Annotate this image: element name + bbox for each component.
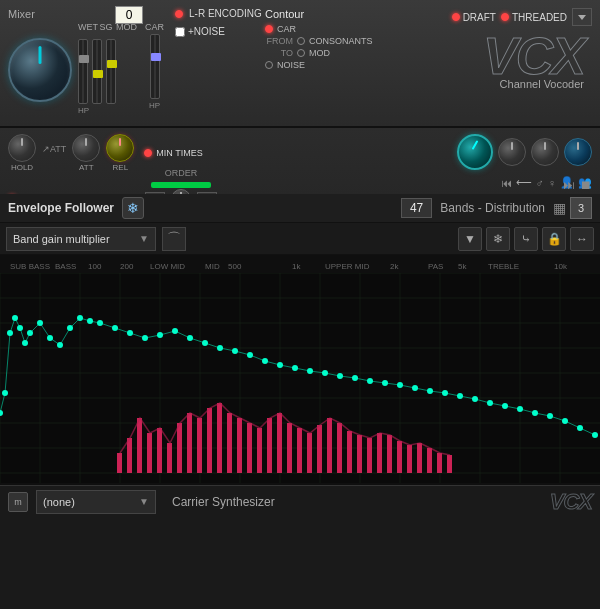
freq-uppermid: UPPER MID — [325, 262, 369, 271]
contour-title: Contour — [265, 8, 373, 20]
sg-fader[interactable] — [92, 39, 102, 104]
skip-icon[interactable]: ⏹ — [580, 178, 592, 192]
min-times-radio[interactable] — [144, 149, 152, 157]
bottom-bar: m (none) ▼ Carrier Synthesizer VCX — [0, 485, 600, 517]
bands-count-display: 47 — [401, 198, 432, 218]
envelope-follower-label: Envelope Follower — [8, 201, 114, 215]
threaded-label: THREADED — [512, 12, 567, 23]
fader-group — [78, 34, 134, 104]
right-knob1 — [498, 138, 526, 166]
snowflake-icon: ❄ — [127, 200, 139, 216]
prev-btn[interactable]: ⏮ — [501, 177, 512, 189]
none-label: (none) — [43, 496, 75, 508]
band-dropdown-right[interactable]: ▼ — [458, 227, 482, 251]
order-label: ORDER — [165, 168, 198, 178]
contour-section: Contour CAR FROM CONSONANTS TO MOD NOISE — [265, 8, 373, 72]
contour-car-radio[interactable] — [265, 25, 273, 33]
freq-treble: TREBLE — [488, 262, 519, 271]
gender-male[interactable]: ♂ — [536, 177, 544, 189]
wet-knob[interactable] — [8, 38, 72, 102]
contour-consonants-label: CONSONANTS — [309, 36, 373, 46]
carrier-dropdown[interactable]: (none) ▼ — [36, 490, 156, 514]
rel-label: REL — [113, 163, 129, 172]
vcx-text-logo: VCX — [483, 30, 584, 82]
sg-label: SG — [99, 22, 113, 32]
noise-checkbox[interactable] — [175, 27, 185, 37]
mixer-label: Mixer — [8, 8, 35, 20]
car-fader[interactable] — [150, 34, 160, 99]
envelope-follower-bar: Envelope Follower ❄ 47 Bands - Distribut… — [0, 194, 600, 222]
midi-button[interactable]: m — [8, 492, 28, 512]
knobs-row: HOLD ↗ATT ATT REL MIN TIMES — [8, 134, 592, 172]
snowflake-button[interactable]: ❄ — [122, 197, 144, 219]
vcx-logo: VCX Channel Vocoder — [483, 30, 584, 90]
right-medium-knob2[interactable] — [531, 138, 559, 166]
rewind-icon[interactable]: ⏭ — [563, 178, 575, 192]
att-knob[interactable] — [72, 134, 100, 162]
contour-mod-radio[interactable] — [297, 49, 305, 57]
right-knob2 — [531, 138, 559, 166]
graph-section: SUB BASS BASS 100 200 LOW MID MID 500 1k… — [0, 255, 600, 485]
att-label: ATT — [79, 163, 94, 172]
middle-section: HOLD ↗ATT ATT REL MIN TIMES — [0, 128, 600, 223]
bars-distribution-icon: ▦ — [553, 200, 566, 216]
hold-knob[interactable] — [8, 134, 36, 162]
freq-mid: MID — [205, 262, 220, 271]
freq-pas: PAS — [428, 262, 443, 271]
band-icons-group: ▼ ❄ ⤷ 🔒 ↔ — [450, 227, 594, 251]
lr-encoding-row: L-R ENCODING — [175, 8, 262, 19]
gender-female[interactable]: ♀ — [548, 177, 556, 189]
rel-knob[interactable] — [106, 134, 134, 162]
right-medium-knob3[interactable] — [564, 138, 592, 166]
hp-label-right: HP — [149, 101, 160, 110]
freq-5k: 5k — [458, 262, 466, 271]
wet-fader[interactable] — [78, 39, 88, 104]
freq-lowmid: LOW MID — [150, 262, 185, 271]
contour-car: CAR — [265, 24, 373, 34]
band-snowflake-btn[interactable]: ❄ — [486, 227, 510, 251]
hold-label: HOLD — [11, 163, 33, 172]
band-lock-btn[interactable]: 🔒 — [542, 227, 566, 251]
freq-2k: 2k — [390, 262, 398, 271]
band-expand-btn[interactable]: ↔ — [570, 227, 594, 251]
contour-noise: NOISE — [265, 60, 373, 70]
draft-radio[interactable] — [452, 13, 460, 21]
band-dropdown-arrow: ▼ — [139, 233, 149, 244]
main-teal-knob[interactable] — [457, 134, 493, 170]
freq-500: 500 — [228, 262, 241, 271]
bands-label: Bands - Distribution — [440, 201, 545, 215]
midi-icon: m — [14, 497, 22, 507]
threaded-radio[interactable] — [501, 13, 509, 21]
band-gain-label: Band gain multiplier — [13, 233, 110, 245]
att-caret: ↗ATT — [42, 144, 66, 154]
mod-label: MOD — [116, 22, 134, 32]
band-section: Band gain multiplier ▼ ⌒ ▼ ❄ ⤷ 🔒 ↔ — [0, 223, 600, 255]
bands-number-right: 3 — [570, 197, 592, 219]
min-times-row: MIN TIMES — [144, 148, 202, 158]
freq-bass: BASS — [55, 262, 76, 271]
right-knob3 — [564, 138, 592, 166]
contour-mod: TO MOD — [265, 48, 373, 58]
top-right-controls: DRAFT THREADED — [452, 8, 592, 26]
frequency-graph — [0, 273, 600, 483]
contour-car-label: CAR — [277, 24, 296, 34]
lr-encoding-label: L-R ENCODING — [189, 8, 262, 19]
contour-noise-radio[interactable] — [265, 61, 273, 69]
left-btn[interactable]: ⟵ — [516, 176, 532, 189]
band-curve-btn[interactable]: ⤷ — [514, 227, 538, 251]
hp-label-left: HP — [78, 106, 89, 115]
mod-fader[interactable] — [106, 39, 116, 104]
contour-mod-label: MOD — [309, 48, 330, 58]
top-section: Mixer 0 WET SG MOD — [0, 0, 600, 128]
band-gain-dropdown[interactable]: Band gain multiplier ▼ — [6, 227, 156, 251]
lr-encoding-radio[interactable] — [175, 10, 183, 18]
eq-curve-icon[interactable]: ⌒ — [162, 227, 186, 251]
top-dropdown[interactable] — [572, 8, 592, 26]
right-medium-knob1[interactable] — [498, 138, 526, 166]
freq-200: 200 — [120, 262, 133, 271]
draft-label: DRAFT — [463, 12, 496, 23]
att-knob-group: ATT — [72, 134, 100, 172]
freq-100: 100 — [88, 262, 101, 271]
wet-label: WET — [78, 22, 96, 32]
contour-consonants-radio[interactable] — [297, 37, 305, 45]
